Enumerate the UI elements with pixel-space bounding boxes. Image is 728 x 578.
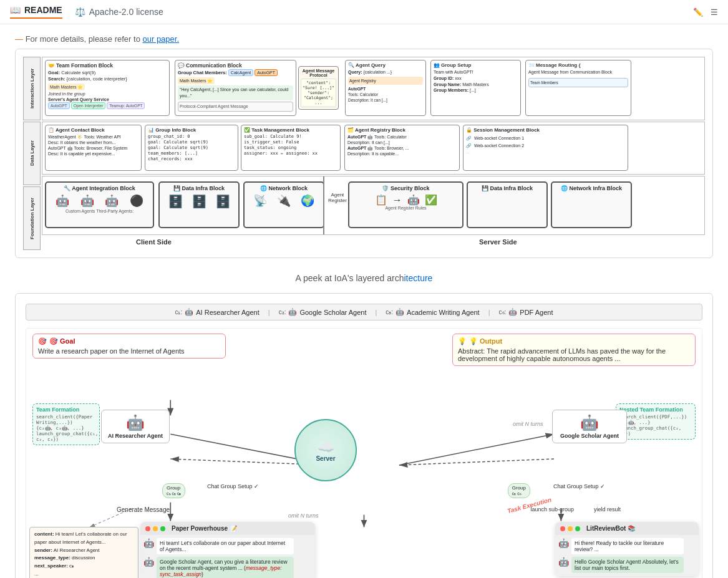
ai-agent-label: AI Researcher Agent — [105, 433, 165, 439]
agent-row: c₁: 🤖 AI Researcher Agent | c₂: 🤖 Google… — [26, 304, 702, 320]
agent-message-protocol: Agent Message Protocol "content": "Sure!… — [298, 66, 339, 110]
paper-link[interactable]: our paper. — [142, 34, 179, 44]
team-formation-block: 🤝 Team Formation Block Goal: Calculate s… — [45, 60, 170, 116]
agent-c1-name: AI Researcher Agent — [196, 309, 260, 316]
scholar-agent-label: Google Scholar Agent — [556, 433, 623, 439]
team-formation-left: Team Formation search_client({Paper Writ… — [32, 403, 100, 445]
agent-c2-name: Google Scholar Agent — [299, 309, 366, 316]
network-infra-block: 🌐 Network Infra Block — [551, 181, 632, 228]
generate-message-label: Generate Message — [117, 506, 170, 513]
client-side-label: Client Side — [136, 238, 172, 246]
goal-box: 🎯 🎯 Goal Write a research paper on the I… — [32, 334, 226, 359]
ai-researcher-agent-box: 🤖 AI Researcher Agent — [101, 410, 170, 443]
nav-actions: ✏️ ☰ — [693, 7, 718, 17]
litreview-chat-title: LitReviewBot 📚 — [586, 525, 635, 532]
data-layer-label: Data Layer — [23, 122, 41, 185]
agent-c3-name: Academic Writing Agent — [407, 309, 480, 316]
readme-icon: 📖 — [10, 5, 21, 15]
agent-c3-icon: 🤖 — [396, 308, 404, 316]
agent-registry-block: 🗂️ Agent Registry Block AutoGPT 🤖 Tools:… — [344, 125, 460, 171]
foundation-layer-label: Foundation Layer — [23, 186, 41, 250]
svg-line-6 — [399, 459, 554, 465]
session-management-block: 🔒 Session Management Block 🔗Web-socket C… — [463, 125, 628, 171]
main-content: — For more details, please refer to our … — [0, 24, 728, 578]
team-formation-right: Nested Team Formation search_client({PDF… — [616, 403, 696, 440]
license-icon: ⚖️ — [75, 7, 85, 17]
paper-powerhouse-chat: Paper Powerhouse 📝 🤖 Hi team! Let's coll… — [140, 522, 315, 578]
readme-label: README — [24, 5, 62, 15]
task-management-block: ✅ Task Management Block sub_goal: Calcul… — [241, 125, 341, 171]
foundation-layer-row: 🔧 Agent Integration Block 🤖 🤖 🤖 ⚫ Custom… — [42, 176, 705, 235]
agent-c2-id: c₂: — [279, 309, 286, 315]
group-badge-right: Groupc₂ c₆ — [508, 483, 530, 498]
agent-c1-id: c₁: — [175, 309, 182, 315]
menu-icon[interactable]: ☰ — [711, 7, 718, 17]
message-routing-block: 📨 Message Routing { Agent Message from C… — [525, 60, 631, 116]
readme-tab[interactable]: 📖 README — [10, 5, 62, 19]
group-badge-left: Groupc₁ c₂ c₃ — [162, 483, 185, 498]
edit-icon[interactable]: ✏️ — [693, 7, 703, 17]
network-block: 🌐 Network Block 📡🔌🌍 — [243, 181, 324, 228]
launch-subgroup-label: launch sub-group — [530, 506, 574, 514]
scholar-agent-box: 🤖 Google Scholar Agent — [552, 410, 627, 443]
group-info-block: 📊 Group Info Block group_chat_id: 0 goal… — [145, 125, 238, 171]
agent-c6-id: c₆: — [499, 309, 507, 315]
interaction-layer-label: Interaction Layer — [23, 57, 41, 120]
omit-n-right: omit N turns — [288, 513, 319, 519]
agent-integration-block: 🔧 Agent Integration Block 🤖 🤖 🤖 ⚫ Custom… — [45, 181, 154, 228]
server-circle: ☁️ Server — [294, 419, 357, 481]
omit-n-left: omit N turns — [513, 421, 543, 427]
ioa-diagram: c₁: 🤖 AI Researcher Agent | c₂: 🤖 Google… — [15, 293, 713, 578]
arch-caption: A peek at IoA's layered architecture — [15, 273, 713, 283]
agent-register-label: AgentRegister — [328, 192, 347, 203]
agent-c1-icon: 🤖 — [185, 308, 193, 316]
license-tab[interactable]: ⚖️ Apache-2.0 license — [75, 7, 163, 17]
output-box: 💡 💡 Output Abstract: The rapid advanceme… — [452, 334, 696, 366]
agent-c6-name: PDF Agent — [520, 309, 553, 316]
security-block: 🛡️ Security Block 📋 → 🤖 ✅ Agent Register… — [348, 181, 463, 228]
top-link: — For more details, please refer to our … — [15, 34, 713, 44]
litreview-chat: LitReviewBot 📚 🤖 Hi there! Ready to tack… — [555, 522, 699, 576]
message-content-box: content: Hi team! Let's collaborate on o… — [29, 527, 138, 578]
license-label: Apache-2.0 license — [89, 7, 163, 17]
agent-contact-block: 📋 Agent Contact Block WeatherAgent 🌤️ To… — [45, 125, 142, 171]
goal-text: Write a research paper on the Internet o… — [38, 347, 220, 355]
paper-chat-title: Paper Powerhouse 📝 — [172, 525, 237, 532]
data-layer-row: 📋 Agent Contact Block WeatherAgent 🌤️ To… — [42, 122, 705, 175]
server-side-label: Server Side — [479, 238, 517, 246]
yield-result-label: yield result — [594, 506, 621, 514]
chat-setup-right: Chat Group Setup ✓ — [553, 483, 605, 489]
output-text: Abstract: The rapid advancement of LLMs … — [458, 347, 690, 362]
top-navigation: 📖 README ⚖️ Apache-2.0 license ✏️ ☰ — [0, 0, 728, 24]
chat-setup-left: Chat Group Setup ✓ — [207, 483, 259, 489]
group-setup-block: 👥 Group Setup Team with AutoGPT! Group I… — [430, 60, 521, 116]
agent-c3-id: c₃: — [386, 309, 393, 315]
architecture-diagram: Interaction Layer Data Layer Foundation … — [15, 49, 713, 258]
agent-query-block: 🔍 Agent Query Query: {calculation ...} A… — [345, 60, 426, 116]
data-infra-block-server: 💾 Data Infra Block — [467, 181, 548, 228]
data-infra-block-client: 💾 Data Infra Block 🗄️🗄️🗄️ — [158, 181, 240, 228]
agent-c6-icon: 🤖 — [508, 308, 517, 316]
agent-c2-icon: 🤖 — [288, 308, 297, 316]
communication-block: 💬 Communication Block Group Chat Members… — [175, 60, 296, 116]
interaction-layer-row: 🤝 Team Formation Block Goal: Calculate s… — [42, 57, 705, 120]
svg-line-5 — [399, 434, 554, 465]
